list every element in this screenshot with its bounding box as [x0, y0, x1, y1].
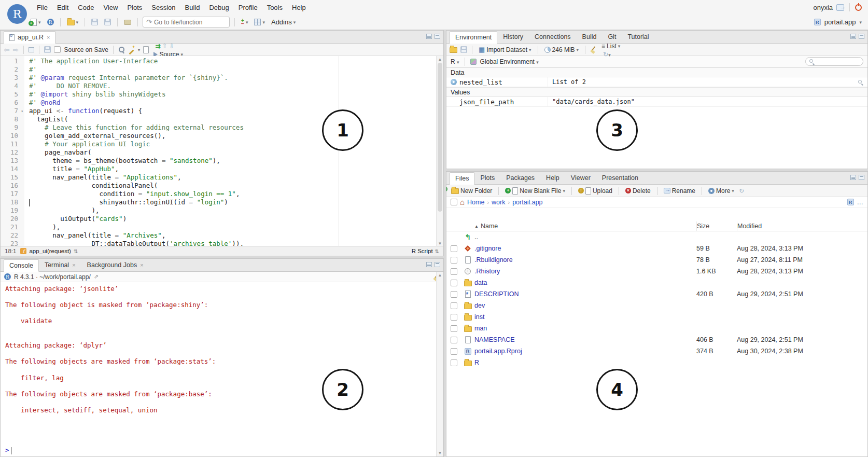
file-link[interactable]: man [474, 325, 696, 332]
memory-usage-button[interactable]: 246 MiB▾ [543, 45, 581, 54]
import-dataset-button[interactable]: ▦ Import Dataset▾ [477, 45, 533, 54]
file-row[interactable]: R [446, 357, 867, 368]
menu-session[interactable]: Session [147, 2, 180, 13]
file-link[interactable]: DESCRIPTION [474, 290, 696, 298]
sign-out-icon[interactable] [836, 4, 844, 11]
rename-button[interactable]: Rename [662, 186, 697, 196]
file-checkbox[interactable] [451, 268, 457, 275]
save-workspace-icon[interactable] [460, 46, 467, 53]
load-workspace-icon[interactable] [450, 47, 457, 53]
menu-view[interactable]: View [99, 2, 122, 13]
expand-icon[interactable] [451, 79, 457, 85]
select-all-checkbox[interactable] [451, 199, 457, 205]
inspect-icon[interactable] [858, 79, 863, 85]
breadcrumb-portail.app[interactable]: portail.app [512, 199, 542, 206]
source-on-save-checkbox[interactable] [54, 46, 61, 53]
refresh-environment-icon[interactable]: ↻ [603, 51, 608, 58]
git-button[interactable]: +−▾ [240, 18, 249, 26]
menu-build[interactable]: Build [180, 2, 205, 13]
minimize-pane-icon[interactable] [426, 262, 432, 267]
tab-build[interactable]: Build [577, 31, 603, 43]
breadcrumb-work[interactable]: work [492, 199, 505, 206]
close-tab-icon[interactable]: × [72, 262, 75, 268]
menu-help[interactable]: Help [287, 2, 311, 13]
file-row[interactable]: data [446, 277, 867, 288]
column-name[interactable]: ▲Name [474, 221, 696, 231]
file-link[interactable]: data [474, 279, 696, 286]
file-checkbox[interactable] [451, 280, 457, 286]
console-output[interactable]: Attaching package: ‘jsonlite’ The follow… [1, 283, 436, 456]
tab-environment[interactable]: Environment [450, 31, 497, 44]
env-object-row[interactable]: json_file_path"data/cards_data.json" [446, 97, 867, 107]
env-object-row[interactable]: nested_listList of 2 [446, 77, 867, 87]
project-name[interactable]: portail.app [824, 18, 856, 26]
delete-button[interactable]: ×Delete [624, 186, 652, 196]
file-checkbox[interactable] [451, 337, 457, 343]
compile-report-icon[interactable] [143, 46, 149, 53]
tab-viewer[interactable]: Viewer [565, 172, 596, 184]
forward-icon[interactable]: ⇨ [13, 46, 19, 54]
file-checkbox[interactable] [451, 302, 457, 309]
addins-button[interactable]: Addins▾ [270, 17, 297, 27]
print-button[interactable] [122, 19, 133, 26]
file-row[interactable]: ↰.. [446, 231, 867, 243]
new-blank-file-button[interactable]: +New Blank File▾ [503, 186, 567, 196]
file-row[interactable]: .Rbuildignore78 BAug 27, 2024, 8:11 PM [446, 254, 867, 266]
file-row[interactable]: Rportail.app.Rproj374 BAug 30, 2024, 2:3… [446, 345, 867, 357]
file-link[interactable]: .Rbuildignore [474, 256, 696, 264]
navigate-dir-icon[interactable]: ⇗ [94, 273, 99, 280]
save-button[interactable] [90, 18, 100, 26]
new-folder-button[interactable]: +New Folder [450, 186, 494, 196]
console-scrollbar[interactable]: ▲▼ [436, 272, 443, 456]
find-replace-icon[interactable] [118, 46, 125, 53]
open-file-button[interactable]: ▾ [65, 18, 80, 26]
file-checkbox[interactable] [451, 245, 457, 252]
menu-debug[interactable]: Debug [204, 2, 233, 13]
file-checkbox[interactable] [451, 314, 457, 321]
save-source-icon[interactable] [44, 46, 51, 53]
file-link[interactable]: inst [474, 313, 696, 321]
popout-icon[interactable] [29, 47, 34, 52]
tab-help[interactable]: Help [540, 172, 565, 184]
maximize-pane-icon[interactable] [859, 175, 864, 180]
breadcrumb-home[interactable]: Home [467, 199, 484, 206]
column-size[interactable]: Size [696, 221, 737, 231]
save-all-button[interactable] [103, 18, 113, 26]
power-icon[interactable] [855, 4, 862, 11]
maximize-pane-icon[interactable] [859, 34, 864, 39]
file-link[interactable]: .Rhistory [474, 268, 696, 275]
file-row[interactable]: inst [446, 311, 867, 323]
goto-file-box[interactable]: ↷ [143, 17, 230, 27]
file-link[interactable]: NAMESPACE [474, 336, 696, 343]
file-checkbox[interactable] [451, 348, 457, 355]
tab-history[interactable]: History [497, 31, 529, 43]
code-editor[interactable]: 1#' The application User-Interface2#'3#'… [1, 56, 443, 247]
more-breadcrumb-icon[interactable]: … [857, 199, 864, 206]
file-row[interactable]: DESCRIPTION420 BAug 29, 2024, 2:51 PM [446, 288, 867, 300]
close-tab-icon[interactable]: × [140, 262, 143, 268]
menu-file[interactable]: File [32, 2, 52, 13]
file-link[interactable]: R [474, 359, 696, 366]
file-checkbox[interactable] [451, 291, 457, 298]
file-link[interactable]: .gitignore [474, 245, 696, 252]
tab-app-ui[interactable]: app_ui.R × [4, 31, 55, 44]
file-row[interactable]: NAMESPACE406 BAug 29, 2024, 2:51 PM [446, 334, 867, 345]
upload-button[interactable]: ↑Upload [577, 186, 614, 196]
more-button[interactable]: More▾ [707, 186, 736, 196]
environment-search-input[interactable] [816, 59, 858, 65]
new-file-button[interactable]: ▾ [29, 18, 43, 27]
home-icon[interactable]: ⌂ [460, 199, 465, 205]
goto-file-input[interactable] [154, 19, 221, 26]
close-tab-icon[interactable]: × [47, 34, 50, 40]
menu-code[interactable]: Code [73, 2, 99, 13]
maximize-pane-icon[interactable] [435, 34, 440, 39]
panes-button[interactable]: ▾ [253, 18, 267, 26]
back-icon[interactable]: ⇦ [4, 46, 10, 54]
refresh-files-icon[interactable]: ↻ [739, 187, 744, 195]
tab-background-jobs[interactable]: Background Jobs× [81, 259, 149, 271]
tab-console[interactable]: Console [4, 259, 39, 272]
tab-plots[interactable]: Plots [474, 172, 500, 184]
file-link[interactable]: portail.app.Rproj [474, 348, 696, 355]
file-row[interactable]: .Rhistory1.6 KBAug 28, 2024, 3:13 PM [446, 266, 867, 277]
code-tools-icon[interactable] [128, 46, 135, 53]
